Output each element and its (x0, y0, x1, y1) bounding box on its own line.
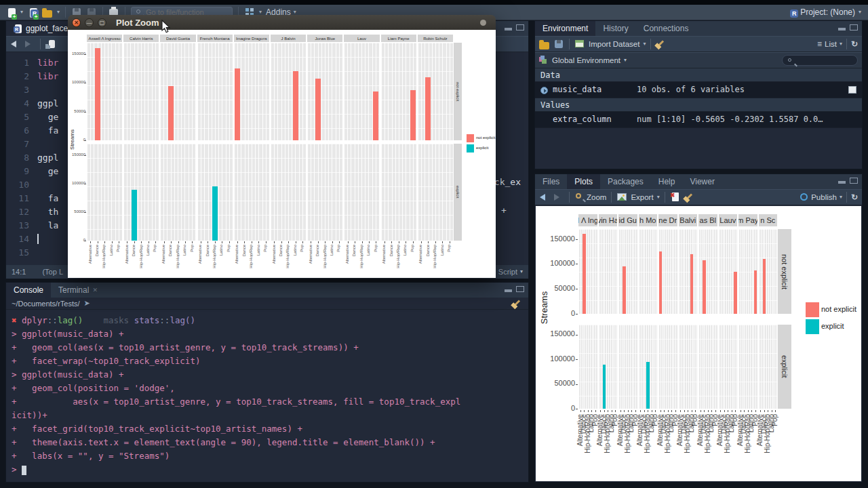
facet-strip: vin Ha (599, 214, 618, 226)
plot-zoom-titlebar[interactable]: ✕ — ▢ Plot Zoom (68, 15, 496, 30)
remove-plot-icon[interactable] (670, 192, 681, 203)
facet-row-strip: not explicit (454, 43, 462, 140)
publish-icon (799, 192, 808, 203)
import-dataset-button[interactable]: Import Dataset (589, 40, 639, 48)
bar (425, 77, 431, 140)
plots-pane-minmax[interactable] (838, 178, 858, 184)
new-file-caret-icon[interactable]: ▾ (20, 9, 23, 15)
scope-label[interactable]: (Top L (42, 268, 63, 276)
x-tick-mark (178, 241, 179, 243)
x-tick-mark (580, 410, 581, 412)
x-tick-label: Latino (219, 245, 223, 256)
facet-panel (160, 144, 195, 241)
console-text-segment (83, 315, 103, 325)
env-object-music-data[interactable]: music_data 10 obs. of 6 variables (535, 82, 862, 98)
env-object-extra-column[interactable]: extra_column num [1:10] -0.5605 -0.2302 … (535, 112, 862, 128)
tab-help[interactable]: Help (651, 174, 683, 189)
x-tick-label: Pop (226, 245, 231, 252)
close-terminal-icon[interactable]: ✕ (92, 283, 98, 298)
environment-search-box[interactable] (782, 55, 858, 66)
tab-terminal[interactable]: Terminal✕ (51, 283, 105, 298)
source-pane-minmax[interactable] (505, 24, 524, 30)
facet-panel (234, 144, 269, 241)
clear-plots-broom-icon[interactable] (684, 192, 695, 203)
tab-viewer[interactable]: Viewer (682, 174, 722, 189)
window-minimize-icon[interactable]: — (85, 18, 94, 27)
x-tick-mark (149, 241, 149, 243)
x-tick-mark (588, 410, 589, 412)
tab-environment[interactable]: Environment (535, 21, 595, 36)
console-pane-minmax[interactable] (505, 286, 524, 292)
window-close-icon[interactable]: ✕ (72, 18, 81, 27)
goto-directory-icon[interactable]: ➤ (84, 299, 90, 308)
open-file-icon[interactable] (42, 7, 53, 18)
tab-packages[interactable]: Packages (600, 174, 651, 189)
window-menu-icon[interactable] (480, 20, 486, 26)
clear-console-broom-icon[interactable] (512, 298, 523, 309)
refresh-icon[interactable]: ↻ (851, 39, 858, 49)
open-file-caret-icon[interactable]: ▾ (57, 9, 60, 15)
facet-strip: h Mo (639, 214, 658, 226)
facet-panel (381, 144, 416, 241)
x-tick-label: Alternative (382, 245, 386, 264)
publish-button[interactable]: Publish (811, 193, 837, 201)
tab-connections[interactable]: Connections (636, 21, 696, 36)
x-tick-label: Dance (95, 245, 99, 256)
facet-row-strip-label: explicit (456, 186, 460, 198)
previous-plot-icon[interactable] (539, 192, 550, 203)
tab-history[interactable]: History (595, 21, 635, 36)
x-tick-mark (671, 410, 672, 412)
cursor-position-label[interactable]: 14:1 (12, 268, 26, 276)
clear-environment-broom-icon[interactable] (656, 39, 667, 49)
x-tick-mark (215, 241, 216, 243)
forward-icon[interactable] (24, 39, 35, 49)
new-file-icon[interactable] (5, 7, 16, 18)
new-project-icon[interactable] (27, 7, 38, 18)
environment-pane: Environment History Connections Import D… (534, 20, 863, 169)
facet-panel (123, 144, 159, 241)
y-tick-label: 100000 (536, 259, 575, 267)
expand-object-icon[interactable] (540, 87, 548, 94)
console-output[interactable]: ✖ dplyr::lag() masks stats::lag()> ggplo… (6, 310, 528, 482)
x-tick-mark (332, 241, 333, 243)
environment-pane-minmax[interactable] (838, 24, 858, 30)
x-tick-label: Pop (263, 245, 267, 252)
bar (95, 48, 100, 140)
facet-row-strip: explicit (778, 325, 791, 409)
global-environment-selector[interactable]: Global Environment (552, 56, 620, 64)
next-plot-icon[interactable] (553, 192, 564, 203)
object-name: music_data (553, 85, 601, 94)
x-tick-label: Latino (330, 245, 334, 256)
editor-line-number: 11 (6, 192, 29, 205)
save-workspace-icon[interactable] (553, 39, 564, 49)
load-workspace-icon[interactable] (539, 39, 550, 49)
list-view-button[interactable]: List (825, 40, 837, 48)
x-tick-label: Latino (182, 245, 186, 256)
back-icon[interactable] (10, 39, 21, 49)
help-tab-label: Help (658, 174, 675, 189)
open-in-new-window-icon[interactable] (45, 39, 56, 49)
legend-swatch (806, 302, 819, 317)
x-tick-mark (185, 241, 186, 243)
editor-line: fa (37, 192, 58, 205)
tab-console[interactable]: Console (6, 283, 51, 298)
project-menu[interactable]: Project: (None) ▾ (787, 5, 861, 20)
export-plot-button[interactable]: Export (631, 193, 653, 201)
zoom-plot-button[interactable]: Zoom (587, 193, 606, 201)
console-text-segment: + facet_wrap(~top10_track_explicit) (12, 356, 200, 366)
file-type-label[interactable]: Script (498, 268, 517, 276)
tab-plots[interactable]: Plots (567, 174, 600, 189)
y-tick-label: 0 (68, 138, 85, 142)
facet-row-strip-label: not explicit (456, 82, 460, 101)
window-maximize-icon[interactable]: ▢ (98, 18, 106, 27)
tab-ggplot-facet-script[interactable]: R ggplot_face (6, 21, 75, 36)
x-tick-mark (192, 241, 193, 243)
y-tick-mark (84, 184, 86, 184)
plot-zoom-window[interactable]: ✕ — ▢ Plot Zoom StreamsAxwell Λ Ingrosso… (68, 15, 496, 278)
tab-files[interactable]: Files (535, 174, 567, 189)
view-table-icon[interactable] (848, 86, 856, 94)
plot-preview-area[interactable]: Streamsl Λ Ingvin Haid Guh Mone DrBalvia… (536, 206, 861, 481)
panes-caret-icon[interactable]: ▾ (259, 9, 262, 15)
refresh-plot-icon[interactable]: ↻ (851, 192, 858, 203)
facet-panel (698, 325, 717, 409)
